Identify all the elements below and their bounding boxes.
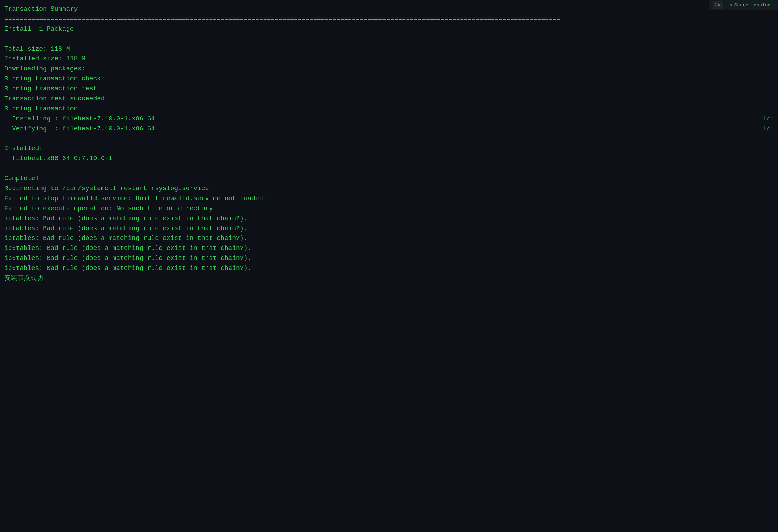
failed-execute: Failed to execute operation: No such fil… <box>4 204 774 214</box>
verifying-count: 1/1 <box>762 124 774 134</box>
transaction-summary-header: Transaction Summary <box>4 4 774 14</box>
installing-count: 1/1 <box>762 114 774 124</box>
redirecting: Redirecting to /bin/systemctl restart rs… <box>4 184 774 194</box>
ip6tables2: ip6tables: Bad rule (does a matching rul… <box>4 253 774 263</box>
installed-size: Installed size: 118 M <box>4 54 774 64</box>
running-transaction: Running transaction <box>4 104 774 114</box>
terminal-output: Transaction Summary=====================… <box>0 0 778 532</box>
success-chinese: 安装节点成功！ <box>4 274 774 284</box>
total-size: Total size: 118 M <box>4 44 774 54</box>
installed-label: Installed: <box>4 144 774 154</box>
verifying-text: Verifying : filebeat-7.10.0-1.x86_64 <box>4 124 155 134</box>
share-session-label: Share session <box>734 3 770 8</box>
separator: ========================================… <box>4 14 774 24</box>
verifying: Verifying : filebeat-7.10.0-1.x86_641/1 <box>4 124 774 134</box>
complete: Complete! <box>4 174 774 184</box>
downloading: Downloading packages: <box>4 64 774 74</box>
user-counter: 2u <box>713 1 723 9</box>
iptables1: iptables: Bad rule (does a matching rule… <box>4 214 774 224</box>
install-pkg: Install 1 Package <box>4 24 774 34</box>
filebeat-installed: filebeat.x86_64 0:7.10.0-1 <box>4 154 774 164</box>
iptables2: iptables: Bad rule (does a matching rule… <box>4 224 774 234</box>
ip6tables1: ip6tables: Bad rule (does a matching rul… <box>4 243 774 253</box>
installing-text: Installing : filebeat-7.10.0-1.x86_64 <box>4 114 155 124</box>
iptables3: iptables: Bad rule (does a matching rule… <box>4 233 774 243</box>
running-check: Running transaction check <box>4 74 774 84</box>
running-test: Running transaction test <box>4 84 774 94</box>
test-succeeded: Transaction test succeeded <box>4 94 774 104</box>
failed-firewalld: Failed to stop firewalld.service: Unit f… <box>4 194 774 204</box>
installing: Installing : filebeat-7.10.0-1.x86_641/1 <box>4 114 774 124</box>
ip6tables3: ip6tables: Bad rule (does a matching rul… <box>4 263 774 274</box>
share-session-button[interactable]: ⬆ Share session <box>726 1 774 9</box>
top-bar: 2u ⬆ Share session <box>709 0 778 10</box>
share-icon: ⬆ <box>730 2 733 8</box>
